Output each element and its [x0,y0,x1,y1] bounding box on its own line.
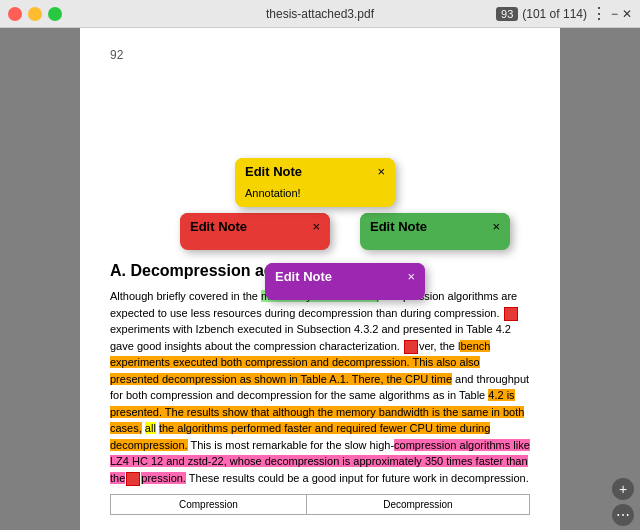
note-green-body [360,238,510,250]
data-table: Compression Decompression [110,494,530,515]
title-bar: thesis-attached3.pdf 93 (101 of 114) ⋮ −… [0,0,640,28]
more-options-button[interactable]: ⋯ [612,504,634,526]
page-controls: 93 (101 of 114) ⋮ − ✕ [496,4,632,23]
note-green-close[interactable]: × [492,219,500,234]
pdf-toolbar: + ⋯ [612,478,634,526]
page-info: (101 of 114) [522,7,587,21]
pdf-viewer: 92 Edit Note × Annotation! Edit Note × E… [0,28,640,530]
note-red-close[interactable]: × [312,219,320,234]
body-paragraph-1: Although briefly covered in the main bod… [110,288,530,486]
menu-dots[interactable]: ⋮ [591,4,607,23]
note-red-body [180,238,330,250]
note-red-title: Edit Note [190,219,247,234]
close-button[interactable] [8,7,22,21]
note-red[interactable]: Edit Note × [180,213,330,250]
note-yellow-close[interactable]: × [377,164,385,179]
note-yellow-title: Edit Note [245,164,302,179]
note-purple-close[interactable]: × [407,269,415,284]
close-icon[interactable]: ✕ [622,7,632,21]
note-purple-header: Edit Note × [265,263,425,288]
pdf-page: 92 Edit Note × Annotation! Edit Note × E… [80,28,560,530]
note-green[interactable]: Edit Note × [360,213,510,250]
note-purple-title: Edit Note [275,269,332,284]
annotation-icon-3[interactable] [126,472,140,486]
annotation-icon-1[interactable] [504,307,518,321]
note-green-title: Edit Note [370,219,427,234]
note-yellow[interactable]: Edit Note × Annotation! [235,158,395,207]
annotation-icon-2[interactable] [404,340,418,354]
page-number-label: 92 [110,48,530,62]
minimize-icon[interactable]: − [611,7,618,21]
document-title: thesis-attached3.pdf [266,7,374,21]
minimize-button[interactable] [28,7,42,21]
table-col1: Compression [111,495,307,515]
title-bar-controls [8,7,62,21]
note-purple-body [265,288,425,300]
maximize-button[interactable] [48,7,62,21]
table-col2: Decompression [306,495,529,515]
note-yellow-body: Annotation! [235,183,395,207]
note-purple[interactable]: Edit Note × [265,263,425,300]
page-number: 93 [496,7,518,21]
zoom-in-button[interactable]: + [612,478,634,500]
note-red-header: Edit Note × [180,213,330,238]
note-green-header: Edit Note × [360,213,510,238]
note-yellow-header: Edit Note × [235,158,395,183]
